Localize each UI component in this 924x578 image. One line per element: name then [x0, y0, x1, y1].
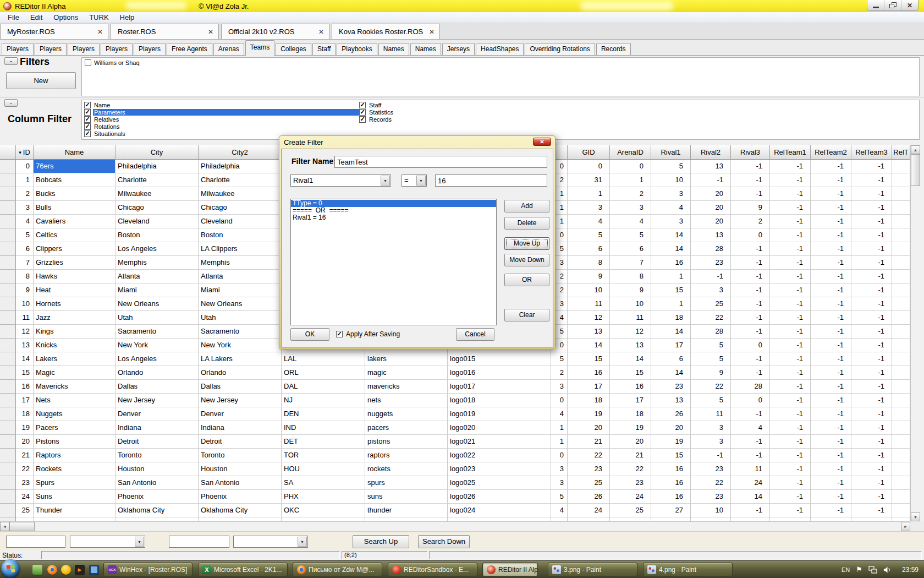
menu-item[interactable]: File [2, 12, 25, 23]
table-cell[interactable]: -1 [851, 366, 892, 380]
table-cell[interactable]: 12 [610, 325, 651, 339]
cancel-button[interactable]: Cancel [456, 328, 494, 341]
category-tab[interactable]: Playbooks [337, 43, 377, 55]
table-cell[interactable]: Orlando [116, 366, 199, 380]
table-cell[interactable]: LA Lakers [199, 352, 282, 366]
table-cell[interactable]: 3 [651, 215, 691, 228]
table-cell[interactable]: logo018 [448, 394, 551, 407]
table-cell[interactable]: 19 [16, 421, 34, 435]
scroll-left-button[interactable]: ◄ [0, 522, 9, 531]
table-cell[interactable]: Atlanta [199, 270, 282, 283]
table-cell[interactable]: Charlotte [199, 173, 282, 187]
category-tab[interactable]: Staff [312, 43, 336, 55]
table-cell[interactable]: 4 [610, 215, 651, 228]
row-selector[interactable] [0, 228, 16, 242]
table-cell[interactable]: -1 [811, 160, 851, 173]
table-cell[interactable]: ORL [282, 366, 365, 380]
category-tab[interactable]: Names [410, 43, 441, 55]
table-cell[interactable] [892, 297, 910, 311]
table-cell[interactable]: 22 [610, 462, 651, 476]
column-header-rival3[interactable]: Rival3 [731, 145, 770, 160]
table-cell[interactable]: 15 [651, 449, 691, 462]
row-selector[interactable] [0, 270, 16, 283]
table-cell[interactable]: 11 [16, 311, 34, 325]
table-cell[interactable]: 11 [691, 517, 731, 521]
table-cell[interactable]: -1 [811, 366, 851, 380]
checkbox[interactable]: ✓ [359, 116, 366, 123]
table-cell[interactable]: 24 [16, 490, 34, 504]
table-cell[interactable]: Houston [116, 462, 199, 476]
checkbox[interactable]: ✓ [359, 102, 366, 108]
table-cell[interactable]: 22 [691, 311, 731, 325]
table-cell[interactable]: -1 [811, 187, 851, 201]
search-input-1[interactable] [6, 536, 65, 548]
row-selector[interactable] [0, 201, 16, 215]
category-tab[interactable]: Free Agents [167, 43, 212, 55]
table-cell[interactable]: 12 [568, 311, 610, 325]
clear-button[interactable]: Clear [504, 309, 549, 321]
table-cell[interactable]: LAL [282, 352, 365, 366]
table-cell[interactable] [892, 435, 910, 449]
table-cell[interactable]: 2 [731, 215, 770, 228]
table-cell[interactable]: 6 [610, 242, 651, 256]
taskbar-button[interactable]: REDitorSandbox - E... [388, 563, 477, 576]
table-cell[interactable]: 15 [610, 366, 651, 380]
column-filter-item[interactable]: ✓ Staff [359, 101, 590, 108]
column-filter-item[interactable]: ✓ Parameters [84, 108, 361, 116]
table-cell[interactable]: -1 [811, 311, 851, 325]
table-cell[interactable]: Oklahoma City [199, 504, 282, 517]
table-cell[interactable]: DEN [282, 407, 365, 421]
table-cell[interactable]: logo017 [448, 380, 551, 394]
table-cell[interactable]: 6 [568, 242, 610, 256]
table-cell[interactable]: Grizzlies [34, 256, 116, 270]
table-cell[interactable] [892, 242, 910, 256]
table-cell[interactable]: 0 [731, 228, 770, 242]
table-cell[interactable]: -1 [851, 517, 892, 521]
table-cell[interactable]: Toronto [116, 449, 199, 462]
table-cell[interactable] [892, 283, 910, 297]
table-cell[interactable]: 14 [568, 339, 610, 352]
filter-name-input[interactable] [334, 156, 547, 168]
table-cell[interactable] [892, 366, 910, 380]
table-cell[interactable]: -1 [851, 449, 892, 462]
table-cell[interactable] [892, 476, 910, 490]
table-cell[interactable]: Hawks [34, 270, 116, 283]
table-cell[interactable]: 6 [651, 352, 691, 366]
collapse-column-filter-button[interactable]: - [4, 99, 18, 107]
table-cell[interactable]: 1 [568, 187, 610, 201]
taskbar-button[interactable]: 3.png - Paint [548, 563, 637, 576]
table-cell[interactable]: Thunder [34, 504, 116, 517]
column-header-rival2[interactable]: Rival2 [691, 145, 731, 160]
table-cell[interactable]: -1 [731, 160, 770, 173]
table-cell[interactable] [892, 325, 910, 339]
table-cell[interactable]: 76ers [34, 160, 116, 173]
table-cell[interactable]: 18 [568, 394, 610, 407]
table-cell[interactable]: IND [282, 421, 365, 435]
media-player-icon[interactable]: ▶ [75, 565, 85, 575]
table-cell[interactable]: -1 [811, 297, 851, 311]
table-cell[interactable]: -1 [851, 394, 892, 407]
show-desktop-icon[interactable] [89, 565, 99, 575]
table-cell[interactable]: -1 [851, 435, 892, 449]
table-cell[interactable]: DAL [282, 380, 365, 394]
table-cell[interactable]: 17 [568, 380, 610, 394]
table-cell[interactable]: -1 [811, 270, 851, 283]
table-cell[interactable]: 11 [691, 407, 731, 421]
table-cell[interactable] [892, 270, 910, 283]
table-cell[interactable]: lakers [365, 352, 448, 366]
row-selector[interactable] [0, 311, 16, 325]
scroll-right-button[interactable]: ► [901, 522, 910, 531]
table-cell[interactable]: -1 [770, 490, 811, 504]
table-cell[interactable]: 8 [16, 270, 34, 283]
table-cell[interactable]: New Jersey [199, 394, 282, 407]
table-cell[interactable]: 3 [16, 201, 34, 215]
table-cell[interactable] [892, 517, 910, 521]
minimize-button[interactable] [867, 0, 884, 10]
table-cell[interactable]: 20 [651, 421, 691, 435]
table-cell[interactable]: Miami [199, 283, 282, 297]
table-cell[interactable]: New Orleans [199, 297, 282, 311]
table-cell[interactable]: 13 [568, 325, 610, 339]
table-cell[interactable]: Celtics [34, 228, 116, 242]
column-header-rival1[interactable]: Rival1 [651, 145, 691, 160]
table-cell[interactable]: 26 [610, 517, 651, 521]
